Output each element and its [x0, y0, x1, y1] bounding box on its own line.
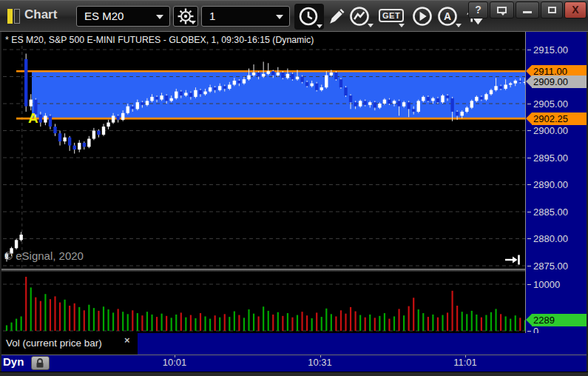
chevron-down-icon	[456, 24, 462, 27]
minimize-button[interactable]	[516, 1, 539, 19]
last-price-flag: 2909.00	[532, 75, 588, 88]
volume-chart-canvas[interactable]	[0, 272, 525, 333]
window-bottom-border	[0, 372, 588, 376]
get-data-button[interactable]: GET	[376, 5, 409, 29]
chart-app-icon	[7, 9, 20, 24]
price-tick: 2890.00	[527, 179, 568, 191]
volume-legend-label: Vol (current price bar)	[6, 338, 102, 349]
time-label: 10:01	[163, 357, 187, 368]
close-button[interactable]: X	[564, 1, 587, 19]
chevron-down-icon	[156, 15, 163, 19]
symbol-select[interactable]: ES M20	[76, 6, 170, 27]
volume-axis-max: 10000	[527, 278, 560, 290]
maximize-icon	[548, 7, 556, 13]
maximize-button[interactable]	[541, 1, 563, 19]
price-tick: 2915.00	[527, 44, 568, 56]
time-tick-mark	[175, 355, 175, 357]
interval-select[interactable]: 1	[201, 6, 290, 27]
get-icon: GET	[379, 9, 404, 22]
price-chart-canvas[interactable]	[0, 33, 525, 269]
window-left-border	[0, 32, 1, 372]
time-label: 10:31	[308, 357, 332, 368]
window-title: Chart	[24, 7, 57, 22]
volume-legend[interactable]: Vol (current price bar) ×	[0, 333, 138, 355]
price-tick: 2895.00	[527, 152, 568, 164]
dock-window-button[interactable]	[490, 1, 514, 19]
lock-button[interactable]	[31, 356, 50, 370]
jump-to-latest-button[interactable]	[504, 254, 521, 266]
lock-icon	[35, 357, 45, 369]
svg-text:A: A	[444, 10, 451, 22]
help-button[interactable]: ?	[468, 1, 488, 19]
chevron-down-icon	[276, 15, 283, 19]
pane-divider[interactable]	[0, 269, 588, 272]
interval-value: 1	[209, 10, 215, 22]
price-tick: 2905.00	[527, 98, 568, 110]
time-tick-mark	[465, 355, 466, 357]
price-tick: 2900.00	[527, 125, 568, 137]
time-label: 11:01	[453, 357, 477, 368]
symbol-value: ES M20	[84, 10, 124, 22]
arrow-to-bar-icon	[504, 254, 521, 266]
price-tick: 2885.00	[527, 206, 568, 218]
close-icon: X	[572, 4, 578, 16]
play-icon	[411, 5, 433, 27]
tick-mark	[527, 284, 531, 285]
chevron-down-icon	[368, 24, 374, 27]
pencil-icon	[326, 5, 348, 27]
minimize-icon	[523, 11, 532, 13]
chart-header: * ES M20, S&P 500 E-MINI FUTURES - GLOBE…	[5, 35, 314, 45]
symbol-settings-button[interactable]	[173, 6, 198, 27]
studies-button[interactable]	[348, 5, 375, 29]
dynamic-mode-label[interactable]: Dyn	[3, 355, 24, 368]
chevron-down-icon	[317, 24, 322, 28]
annotation-button[interactable]: A	[436, 5, 463, 29]
price-tick: 2880.00	[527, 233, 568, 245]
current-volume-flag: 2289	[532, 314, 588, 326]
draw-tools-button[interactable]	[326, 5, 350, 29]
price-axis[interactable]: 2911.00 2909.00 2902.25 10000 0 2289 291…	[525, 32, 588, 355]
replay-button[interactable]	[411, 5, 435, 29]
chart-window: Chart ES M20 1	[0, 0, 588, 376]
volume-bars-layer	[6, 277, 525, 331]
titlebar[interactable]: Chart ES M20 1	[0, 0, 588, 31]
band-lower-price-flag: 2902.25	[532, 113, 588, 125]
price-tick: 2875.00	[527, 260, 568, 272]
time-axis[interactable]	[0, 355, 588, 372]
chevron-down-icon	[500, 12, 506, 16]
tick-mark	[527, 331, 531, 332]
help-icon: ?	[475, 4, 481, 16]
chevron-down-icon	[190, 21, 196, 24]
annotation-marker-a[interactable]: A	[28, 110, 38, 127]
time-tick-mark	[320, 355, 321, 357]
time-interval-button[interactable]	[294, 4, 324, 30]
legend-row: Vol (current price bar) ×	[0, 333, 588, 355]
watermark: © eSignal, 2020	[4, 249, 84, 262]
chevron-down-icon	[399, 24, 405, 27]
close-icon[interactable]: ×	[124, 335, 130, 346]
